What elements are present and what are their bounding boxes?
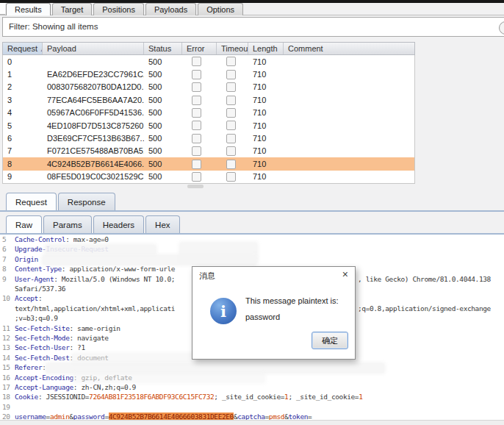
request-cell: 0 [3, 57, 43, 66]
status-cell: 500 [144, 172, 182, 181]
table-row[interactable]: 84C924B52B7B6614E4066...500710 [3, 157, 414, 170]
error-checkbox-cell [182, 171, 217, 182]
horizontal-scrollbar-track[interactable] [0, 420, 504, 425]
timeout-checkbox[interactable] [226, 121, 236, 130]
error-checkbox[interactable] [192, 108, 201, 118]
results-table-header: Request ▲ Payload Status Error Timeout L… [2, 42, 415, 55]
timeout-checkbox[interactable] [226, 146, 236, 156]
timeout-checkbox-cell [217, 69, 248, 79]
table-row[interactable]: 2008307568207B0DA12D0...500710 [3, 81, 414, 93]
table-row[interactable]: 0500710 [3, 55, 414, 68]
text-segment: : max-age=0 [65, 235, 109, 243]
text-segment: : Mozilla/5.0 (Windows NT 10.0; [54, 275, 175, 283]
request-cell: 9 [3, 172, 43, 181]
status-cell: 500 [144, 108, 182, 117]
column-header-payload[interactable]: Payload [43, 43, 144, 54]
text-segment: Content-Type [15, 265, 62, 273]
length-cell: 710 [248, 146, 284, 155]
error-checkbox-cell [182, 121, 217, 131]
tab-headers[interactable]: Headers [93, 215, 144, 234]
splitter-handle[interactable] [187, 185, 204, 188]
line-text-continued: ;q=0.8,application/signed-exchange [358, 304, 491, 312]
dialog-title: 消息 [199, 271, 215, 282]
info-icon: i [210, 298, 237, 324]
tab-response[interactable]: Response [58, 193, 115, 211]
tab-payloads[interactable]: Payloads [145, 3, 196, 15]
text-segment: Sec-Fetch-User [15, 343, 69, 351]
payload-cell: 08FE5D019C0C3021529C... [43, 172, 144, 181]
timeout-checkbox[interactable] [226, 96, 236, 105]
column-header-status[interactable]: Status [144, 43, 182, 54]
column-header-timeout[interactable]: Timeout [217, 43, 248, 54]
ok-button[interactable]: 确定 [312, 332, 348, 349]
tab-raw[interactable]: Raw [6, 215, 42, 234]
error-checkbox[interactable] [192, 121, 201, 130]
timeout-checkbox[interactable] [226, 134, 236, 143]
column-header-request[interactable]: Request ▲ [3, 43, 43, 54]
timeout-checkbox-cell [217, 171, 248, 182]
line-number: 13 [2, 343, 10, 351]
length-cell: 710 [248, 121, 284, 130]
message-tab-divider [0, 210, 504, 212]
line-text: text/html,application/xhtml+xml,applicat… [15, 304, 175, 312]
redaction-blur [46, 363, 384, 373]
error-checkbox[interactable] [192, 146, 201, 156]
text-segment: : same-origin [69, 324, 120, 332]
timeout-checkbox-cell [217, 133, 248, 143]
error-checkbox[interactable] [192, 160, 201, 169]
timeout-checkbox[interactable] [226, 70, 236, 79]
table-row[interactable]: 6D3E69CF7CF513B63B67...500710 [3, 132, 414, 144]
timeout-checkbox[interactable] [226, 108, 236, 118]
table-row[interactable]: 405967AC06F0FF5D41536...500710 [3, 107, 414, 119]
text-segment: 7264AB81F23518F6ABDF93C6C15FC732 [89, 393, 214, 401]
tab-target[interactable]: Target [52, 3, 93, 15]
request-cell: 1 [3, 70, 43, 79]
text-segment: ; _site_id_cookie= [214, 393, 284, 401]
tab-params[interactable]: Params [43, 215, 92, 234]
tab-positions[interactable]: Positions [93, 3, 144, 15]
table-row[interactable]: 7F0721CE575488AB70BA5...500710 [3, 145, 414, 157]
error-checkbox[interactable] [192, 172, 201, 182]
text-segment: : application/x-www-form-urle [62, 265, 175, 273]
table-row[interactable]: 1EA62D6EFDE23CC7961C...500710 [3, 68, 414, 80]
tab-hex[interactable]: Hex [145, 215, 179, 234]
tab-options[interactable]: Options [198, 3, 243, 15]
column-header-length[interactable]: Length [248, 43, 284, 54]
payload-cell: 77ECA64FC5EB6AA7A20... [43, 96, 144, 104]
column-header-error[interactable]: Error [182, 43, 217, 54]
timeout-checkbox-cell [217, 57, 248, 67]
raw-line: 17Accept-Language: zh-CN,zh;q=0.9 [0, 383, 504, 393]
line-text: Safari/537.36 [15, 285, 65, 293]
error-checkbox[interactable] [192, 96, 201, 105]
text-segment: : zh-CN,zh;q=0.9 [73, 383, 136, 391]
error-checkbox[interactable] [192, 134, 201, 143]
error-checkbox-cell [182, 133, 217, 143]
line-number: 11 [2, 324, 10, 332]
table-row[interactable]: 54ED108FD7D513C875260...500710 [3, 119, 414, 132]
tab-request[interactable]: Request [6, 193, 57, 211]
error-checkbox[interactable] [192, 70, 201, 79]
filter-bar[interactable]: Filter: Showing all items [2, 17, 504, 37]
timeout-checkbox[interactable] [226, 82, 236, 92]
status-cell: 500 [144, 82, 182, 91]
timeout-checkbox-cell [217, 82, 248, 93]
column-header-comment[interactable]: Comment [284, 43, 414, 54]
text-segment: Cookie [15, 393, 38, 401]
redaction-blur [43, 255, 256, 265]
error-checkbox[interactable] [192, 57, 201, 66]
timeout-checkbox[interactable] [226, 160, 236, 169]
dialog-message-line1: This message plaintext is: [245, 296, 339, 305]
error-checkbox[interactable] [192, 82, 201, 92]
table-row[interactable]: 377ECA64FC5EB6AA7A20...500710 [3, 93, 414, 106]
timeout-checkbox[interactable] [226, 172, 236, 182]
text-segment: Sec-Fetch-Mode [15, 334, 69, 342]
text-segment: , like Gecko) Chrome/81.0.4044.138 [358, 275, 491, 283]
timeout-checkbox-cell [217, 159, 248, 169]
close-icon[interactable]: × [342, 269, 348, 279]
line-number: 6 [2, 245, 6, 253]
tab-results[interactable]: Results [6, 3, 51, 15]
help-icon[interactable] [499, 21, 504, 35]
timeout-checkbox[interactable] [226, 57, 236, 66]
text-segment: : [42, 363, 46, 371]
table-row[interactable]: 908FE5D019C0C3021529C...500710 [3, 171, 414, 183]
